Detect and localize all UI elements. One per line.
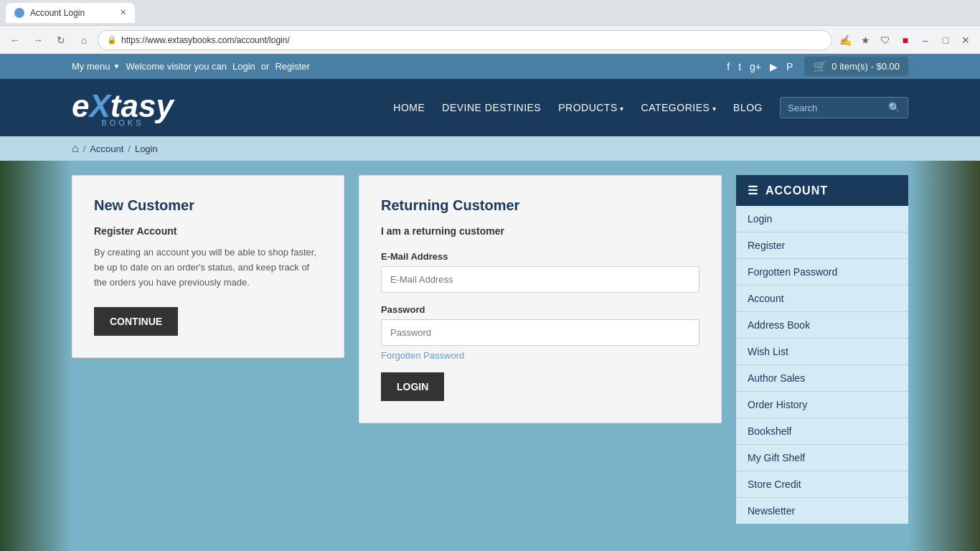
sidebar-item-bookshelf[interactable]: Bookshelf [736, 418, 908, 445]
breadcrumb-sep-1: / [83, 143, 86, 154]
nav-blog[interactable]: BLOG [733, 102, 763, 113]
search-box[interactable]: 🔍 [780, 97, 908, 118]
breadcrumb-login: Login [135, 143, 158, 154]
email-input[interactable] [381, 266, 699, 293]
social-icons: f t g+ ▶ P [727, 61, 793, 72]
home-icon[interactable]: ⌂ [72, 142, 79, 155]
sidebar-item-author-sales[interactable]: Author Sales [736, 365, 908, 392]
search-button[interactable]: 🔍 [881, 98, 908, 118]
nav-menu: HOME DEVINE DESTINIES PRODUCTS CATEGORIE… [393, 97, 908, 118]
sidebar-item-my-gift-shelf[interactable]: My Gift Shelf [736, 445, 908, 471]
pinterest-social-icon[interactable]: P [786, 61, 793, 72]
my-menu[interactable]: My menu ▼ [72, 61, 120, 72]
email-label: E-Mail Address [381, 251, 699, 262]
nav-home[interactable]: HOME [393, 102, 425, 113]
site-header: eXtasy BOOKS HOME DEVINE DESTINIES PRODU… [0, 79, 980, 136]
cart-button[interactable]: 🛒 0 item(s) - $0.00 [804, 57, 908, 76]
cart-count: 0 item(s) - $0.00 [831, 61, 900, 72]
returning-subtitle: I am a returning customer [381, 225, 699, 237]
logo-area[interactable]: eXtasy BOOKS [72, 88, 174, 127]
returning-customer-card: Returning Customer I am a returning cust… [359, 175, 722, 423]
top-bar: My menu ▼ Welcome visitor you can Login … [0, 54, 980, 79]
returning-customer-title: Returning Customer [381, 197, 699, 214]
lock-icon: 🔒 [107, 35, 117, 44]
welcome-text: Welcome visitor you can [126, 61, 227, 72]
sidebar-menu-icon: ☰ [748, 184, 758, 197]
breadcrumb-sep-2: / [128, 143, 131, 154]
browser-tab[interactable]: Account Login ✕ [6, 3, 135, 23]
my-menu-label: My menu [72, 61, 110, 72]
new-customer-description: By creating an account you will be able … [94, 245, 322, 290]
register-link[interactable]: Register [275, 61, 309, 72]
googleplus-icon[interactable]: g+ [750, 61, 761, 72]
close-window-button[interactable]: ✕ [957, 32, 974, 49]
url-text: https://www.extasybooks.com/account/logi… [121, 35, 290, 45]
sidebar-body: Login Register Forgotten Password Accoun… [736, 206, 908, 524]
sidebar-item-address-book[interactable]: Address Book [736, 312, 908, 339]
new-customer-title: New Customer [94, 197, 322, 214]
sidebar-item-store-credit[interactable]: Store Credit [736, 471, 908, 498]
password-group: Password Forgotten Password [381, 304, 699, 361]
bookmark-button[interactable]: ★ [857, 32, 874, 49]
sidebar-header-label: ACCOUNT [765, 184, 828, 197]
tab-title: Account Login [30, 8, 85, 18]
search-input[interactable] [781, 98, 881, 118]
minimize-button[interactable]: – [917, 32, 934, 49]
maximize-button[interactable]: □ [937, 32, 954, 49]
address-bar[interactable]: 🔒 https://www.extasybooks.com/account/lo… [98, 30, 832, 50]
sidebar-item-wish-list[interactable]: Wish List [736, 339, 908, 365]
password-input[interactable] [381, 319, 699, 346]
cart-icon: 🛒 [813, 60, 827, 73]
extensions-button[interactable]: ✍ [837, 32, 854, 49]
breadcrumb-account[interactable]: Account [90, 143, 123, 154]
new-customer-card: New Customer Register Account By creatin… [72, 175, 344, 358]
login-button[interactable]: LOGIN [381, 372, 444, 401]
pinterest-button[interactable]: ■ [897, 32, 914, 49]
logo[interactable]: eXtasy BOOKS [72, 88, 174, 127]
new-customer-subtitle: Register Account [94, 225, 322, 237]
email-group: E-Mail Address [381, 251, 699, 293]
sidebar-item-account[interactable]: Account [736, 286, 908, 312]
forgotten-password-link[interactable]: Forgotten Password [381, 350, 699, 361]
or-text: or [261, 61, 270, 72]
reload-button[interactable]: ↻ [52, 31, 70, 50]
nav-categories[interactable]: CATEGORIES [641, 102, 717, 113]
my-menu-arrow: ▼ [113, 62, 120, 70]
tab-close-button[interactable]: ✕ [120, 8, 126, 17]
sidebar-item-newsletter[interactable]: Newsletter [736, 498, 908, 524]
cards-area: New Customer Register Account By creatin… [72, 175, 722, 524]
top-bar-right: f t g+ ▶ P 🛒 0 item(s) - $0.00 [727, 57, 908, 76]
forward-button[interactable]: → [29, 31, 47, 50]
facebook-icon[interactable]: f [727, 61, 730, 72]
sidebar-item-login[interactable]: Login [736, 206, 908, 232]
sidebar-item-register[interactable]: Register [736, 232, 908, 259]
twitter-icon[interactable]: t [738, 61, 741, 72]
top-bar-left: My menu ▼ Welcome visitor you can Login … [72, 61, 310, 72]
home-button[interactable]: ⌂ [75, 31, 93, 50]
password-label: Password [381, 304, 699, 315]
nav-devine[interactable]: DEVINE DESTINIES [442, 102, 541, 113]
sidebar-item-order-history[interactable]: Order History [736, 392, 908, 418]
sidebar-header: ☰ ACCOUNT [736, 175, 908, 206]
sidebar-item-forgotten-password[interactable]: Forgotten Password [736, 259, 908, 286]
back-button[interactable]: ← [6, 31, 24, 50]
breadcrumb: ⌂ / Account / Login [0, 136, 980, 161]
login-link[interactable]: Login [232, 61, 255, 72]
nav-products[interactable]: PRODUCTS [558, 102, 623, 113]
tab-favicon [14, 8, 24, 18]
continue-button[interactable]: CONTINUE [94, 307, 178, 336]
shield-button[interactable]: 🛡 [877, 32, 894, 49]
youtube-icon[interactable]: ▶ [770, 61, 778, 72]
logo-e: e [72, 88, 89, 123]
main-content: New Customer Register Account By creatin… [0, 161, 980, 538]
account-sidebar: ☰ ACCOUNT Login Register Forgotten Passw… [736, 175, 908, 524]
